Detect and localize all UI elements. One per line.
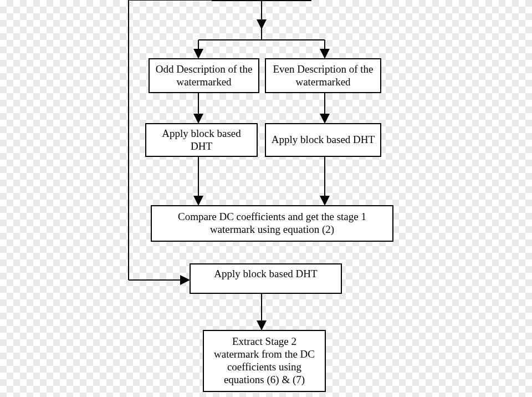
node-compare: Compare DC coefficients and get the stag… <box>151 205 393 242</box>
node-top <box>212 0 311 1</box>
node-compare-label: Compare DC coefficients and get the stag… <box>156 211 388 236</box>
node-extract-label: Extract Stage 2 watermark from the DC co… <box>208 335 320 386</box>
node-odd-label: Odd Description of the watermarked <box>154 63 254 89</box>
node-even-label: Even Description of the watermarked <box>270 63 376 89</box>
node-extract: Extract Stage 2 watermark from the DC co… <box>203 330 326 392</box>
node-even: Even Description of the watermarked <box>265 58 381 93</box>
node-dht-stage2-label: Apply block based DHT <box>214 268 317 281</box>
node-dht-even-label: Apply block based DHT <box>272 134 375 146</box>
node-dht-odd: Apply block based DHT <box>145 123 258 157</box>
node-dht-odd-label: Apply block based DHT <box>151 128 252 153</box>
flowchart: Odd Description of the watermarked Even … <box>0 0 532 397</box>
node-dht-even: Apply block based DHT <box>265 123 381 157</box>
node-odd: Odd Description of the watermarked <box>149 58 259 93</box>
node-dht-stage2: Apply block based DHT <box>190 263 342 294</box>
